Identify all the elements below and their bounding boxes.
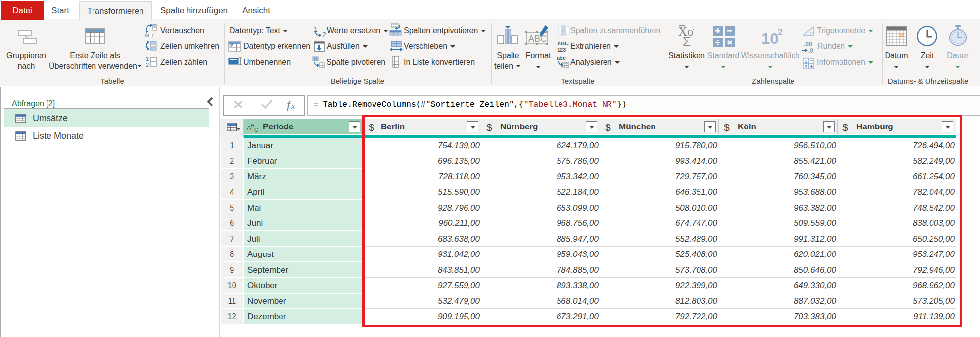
svg-text:ABC: ABC [528, 34, 547, 43]
svg-text:1: 1 [314, 25, 318, 33]
svg-text:C: C [254, 127, 258, 133]
svg-text:3: 3 [805, 64, 807, 69]
svg-text:Σ: Σ [683, 34, 691, 46]
svg-text:x: x [291, 101, 295, 111]
svg-text:2: 2 [778, 28, 783, 37]
svg-text:2: 2 [322, 31, 326, 38]
svg-text:?: ? [230, 43, 233, 48]
svg-text:ABC: ABC [557, 41, 569, 46]
svg-text:10: 10 [761, 30, 778, 45]
